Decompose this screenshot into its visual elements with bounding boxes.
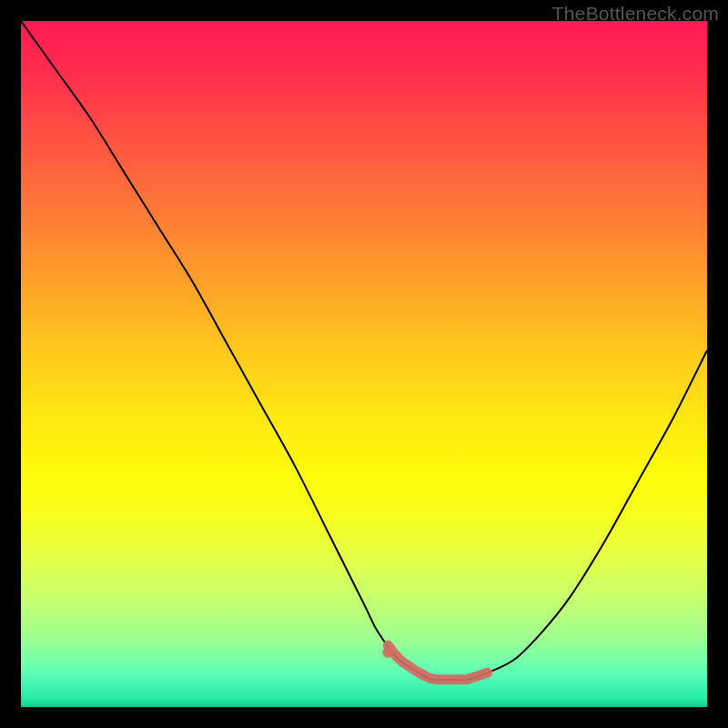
chart-svg — [21, 21, 707, 707]
optimal-range-dot — [382, 647, 393, 658]
watermark-text: TheBottleneck.com — [552, 3, 719, 25]
optimal-range-marker — [388, 645, 487, 680]
chart-plot-area — [21, 21, 707, 707]
bottleneck-curve-line — [21, 21, 707, 680]
